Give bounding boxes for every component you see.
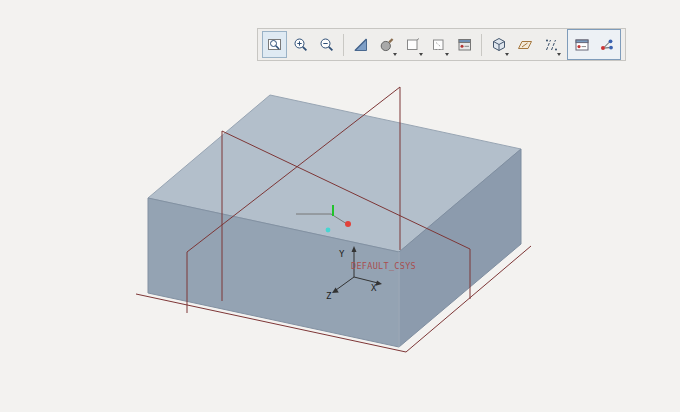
csys-z-label: Z [326, 291, 332, 301]
datum-point-icon [574, 37, 590, 53]
shade-button[interactable] [374, 31, 399, 58]
wireframe-cube-icon [491, 37, 507, 53]
no-hidden-icon [405, 37, 421, 53]
csys-display-button[interactable] [594, 31, 619, 58]
view-manager-button[interactable] [452, 31, 477, 58]
datum-point-display-button[interactable] [569, 31, 594, 58]
toolbar-separator [481, 34, 482, 56]
spin-center-cyan-dot [326, 228, 331, 233]
view-toolbar [257, 28, 626, 61]
refit-button[interactable] [348, 31, 373, 58]
dropdown-caret[interactable] [393, 53, 397, 56]
spin-center-red-dot [345, 221, 351, 227]
dropdown-caret[interactable] [445, 53, 449, 56]
dropdown-caret[interactable] [419, 53, 423, 56]
csys-x-label: X [371, 283, 377, 293]
no-hidden-button[interactable] [400, 31, 425, 58]
zoom-in-icon [293, 37, 309, 53]
display-style-button[interactable] [486, 31, 511, 58]
csys-name-tag[interactable]: DEFAULT_CSYS [351, 261, 416, 271]
datum-display-group [567, 29, 621, 60]
zoom-window-button[interactable] [262, 31, 287, 58]
datum-plane-display-button[interactable] [512, 31, 537, 58]
view-manager-icon [457, 37, 473, 53]
zoom-window-icon [267, 37, 283, 53]
zoom-out-icon [319, 37, 335, 53]
datum-plane-icon [517, 37, 533, 53]
shade-icon [379, 37, 395, 53]
datum-axis-display-button[interactable] [538, 31, 563, 58]
csys-display-icon [599, 37, 615, 53]
hidden-line-icon [431, 37, 447, 53]
toolbar-separator [343, 34, 344, 56]
solid-block[interactable] [148, 95, 521, 347]
dropdown-caret[interactable] [557, 53, 561, 56]
csys-y-label: Y [339, 249, 345, 259]
zoom-out-button[interactable] [314, 31, 339, 58]
refit-icon [353, 37, 369, 53]
dropdown-caret[interactable] [505, 53, 509, 56]
graphics-viewport[interactable]: Y X Z DEFAULT_CSYS [0, 0, 680, 412]
zoom-in-button[interactable] [288, 31, 313, 58]
hidden-line-button[interactable] [426, 31, 451, 58]
datum-axis-icon [543, 37, 559, 53]
